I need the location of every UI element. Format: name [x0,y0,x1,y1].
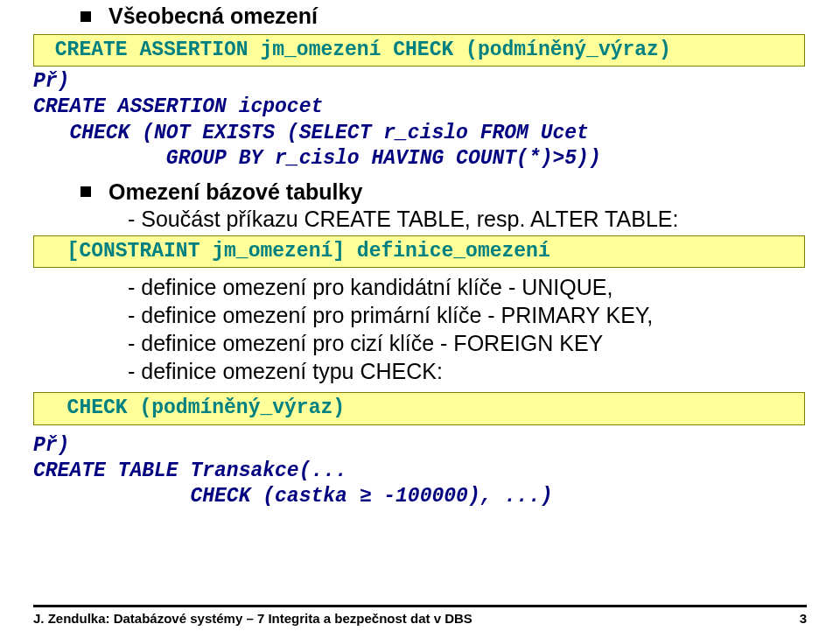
definition-list: - definice omezení pro kandidátní klíče … [128,273,807,385]
section2-codebox2: CHECK (podmíněný_výraz) [33,392,805,424]
example-body-2: CREATE TABLE Transakce(... CHECK (castka… [33,459,807,510]
section2-title: Omezení bázové tabulky [108,179,362,205]
section2-code: [CONSTRAINT jm_omezení] definice_omezení [43,240,795,263]
section1-codebox: CREATE ASSERTION jm_omezení CHECK (podmí… [33,34,805,67]
document-page: Všeobecná omezení CREATE ASSERTION jm_om… [0,4,840,638]
bullet-square-icon [80,11,91,22]
example-label-1: Př) [33,70,807,93]
footer-text: J. Zendulka: Databázové systémy – 7 Inte… [33,611,472,626]
section1-heading: Všeobecná omezení [80,4,807,29]
section1-code: CREATE ASSERTION jm_omezení CHECK (podmí… [43,39,795,61]
section1-title: Všeobecná omezení [108,4,318,29]
section2-heading: Omezení bázové tabulky [80,179,807,205]
footer-divider [33,605,807,607]
section2-code2: CHECK (podmíněný_výraz) [43,396,795,419]
section2-codebox: [CONSTRAINT jm_omezení] definice_omezení [33,235,805,268]
example-label-2: Př) [33,434,807,457]
bullet-square-icon [80,186,91,197]
page-footer: J. Zendulka: Databázové systémy – 7 Inte… [33,605,807,626]
page-number: 3 [800,611,807,626]
footer-row: J. Zendulka: Databázové systémy – 7 Inte… [33,611,807,626]
example-body-1: CREATE ASSERTION icpocet CHECK (NOT EXIS… [33,95,807,172]
section2-dash-line: - Součást příkazu CREATE TABLE, resp. AL… [128,207,807,232]
